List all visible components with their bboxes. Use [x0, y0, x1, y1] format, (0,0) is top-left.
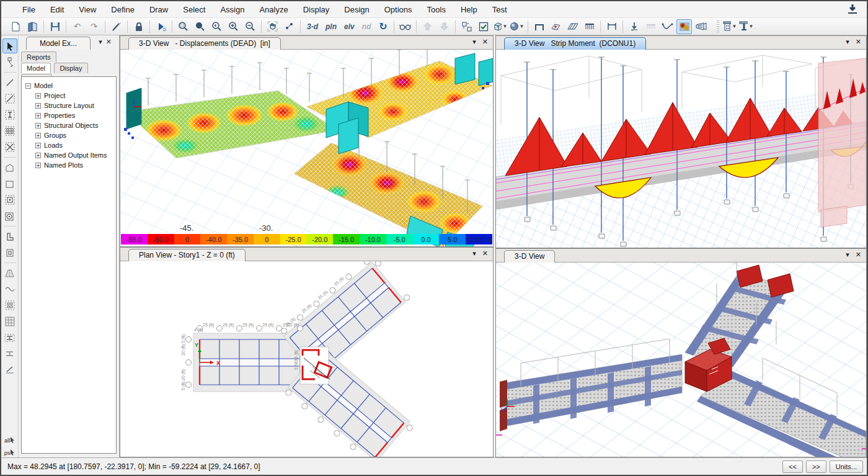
- select-all-button[interactable]: all: [2, 433, 17, 444]
- object-view-cube-button[interactable]: ▼: [492, 19, 508, 34]
- expand-icon[interactable]: +: [35, 123, 41, 128]
- pan-button[interactable]: [265, 19, 280, 34]
- show-deformed-button[interactable]: [693, 19, 709, 34]
- view-elevation-button[interactable]: elv: [341, 19, 358, 34]
- menu-options[interactable]: Options: [377, 2, 420, 17]
- draw-slab-rebar-button[interactable]: [2, 298, 17, 313]
- strip-moment-titlebar[interactable]: 3-D View Strip Moment (DCONU1) ▾✕: [496, 36, 866, 50]
- tree-item-project[interactable]: +Project: [25, 91, 115, 101]
- menu-tools[interactable]: Tools: [420, 2, 453, 17]
- menu-design[interactable]: Design: [337, 2, 376, 17]
- view-3d-button[interactable]: 3-d: [304, 19, 321, 34]
- draw-line-button[interactable]: [2, 75, 17, 90]
- rotate-view-button[interactable]: ↻: [375, 19, 391, 34]
- menu-display[interactable]: Display: [296, 2, 337, 17]
- zoom-in-button[interactable]: [226, 19, 241, 34]
- view-plan-button[interactable]: pln: [322, 19, 340, 34]
- tab-display[interactable]: Display: [54, 63, 87, 73]
- select-multi-button[interactable]: [459, 19, 474, 34]
- expand-icon[interactable]: +: [35, 153, 41, 158]
- draw-wall-object-button[interactable]: [2, 123, 17, 138]
- tab-reports[interactable]: Reports: [21, 52, 56, 62]
- redo-button[interactable]: ↷: [86, 19, 102, 34]
- open-file-button[interactable]: [25, 19, 40, 34]
- menu-select[interactable]: Select: [175, 2, 213, 17]
- save-button[interactable]: [47, 19, 63, 34]
- draw-ramp-button[interactable]: [2, 266, 17, 281]
- dimension-button[interactable]: [604, 19, 619, 34]
- object-glasses-button[interactable]: [397, 19, 413, 34]
- draw-column-button[interactable]: [2, 245, 17, 260]
- line-load-button[interactable]: [643, 19, 658, 34]
- expand-icon[interactable]: +: [35, 163, 41, 168]
- plan-view-tab[interactable]: Plan View - Story1 - Z = 0 (ft): [128, 249, 246, 261]
- zoom-window-button[interactable]: [175, 19, 191, 34]
- menu-test[interactable]: Test: [485, 2, 515, 17]
- quick-draw-button[interactable]: [2, 362, 17, 377]
- draw-design-strip-button[interactable]: [565, 19, 580, 34]
- tree-item-loads[interactable]: +Loads: [25, 140, 115, 150]
- beam-section-button[interactable]: ▼: [738, 19, 754, 34]
- menu-file[interactable]: File: [15, 2, 43, 17]
- expand-icon[interactable]: +: [35, 143, 41, 148]
- select-check-button[interactable]: [476, 19, 491, 34]
- expand-icon[interactable]: +: [35, 93, 41, 99]
- select-reshape-button[interactable]: [2, 55, 17, 70]
- plan-view-titlebar[interactable]: Plan View - Story1 - Z = 0 (ft) ▾✕: [120, 248, 493, 261]
- tree-item-structure-layout[interactable]: +Structure Layout: [25, 101, 115, 110]
- menu-define[interactable]: Define: [104, 2, 142, 17]
- collapse-icon[interactable]: −: [25, 83, 31, 89]
- select-pointer-button[interactable]: [2, 38, 17, 53]
- model-3d-viewport[interactable]: [496, 263, 866, 457]
- strip-moment-viewport[interactable]: [496, 50, 866, 248]
- draw-area-at-point-button[interactable]: [2, 192, 17, 207]
- zoom-previous-button[interactable]: [209, 19, 224, 34]
- draw-frame-button[interactable]: [531, 19, 547, 34]
- show-contours-button[interactable]: [676, 19, 692, 34]
- tree-item-groups[interactable]: +Groups: [25, 130, 115, 140]
- pane-dropdown-icon[interactable]: ▾: [472, 38, 476, 45]
- view-nd-button[interactable]: nd: [359, 19, 374, 34]
- new-file-button[interactable]: [8, 19, 24, 34]
- expand-icon[interactable]: +: [35, 113, 41, 119]
- expand-icon[interactable]: +: [35, 133, 41, 138]
- draw-brace-object-button[interactable]: [2, 140, 17, 155]
- download-icon[interactable]: [846, 3, 859, 16]
- draw-beam-rebar-button[interactable]: [2, 330, 17, 345]
- object-shading-button[interactable]: ▼: [509, 19, 525, 34]
- tree-item-structural-objects[interactable]: +Structural Objects: [25, 120, 115, 130]
- displacement-view-viewport[interactable]: -45. -30. -55.0-50.00-40.0-35.00-25.0-20…: [120, 50, 493, 246]
- tree-item-named-output-items[interactable]: +Named Output Items: [25, 150, 115, 160]
- zoom-out-button[interactable]: [242, 19, 258, 34]
- menu-draw[interactable]: Draw: [142, 2, 175, 17]
- displacement-view-titlebar[interactable]: 3-D View - Displacements (DEAD) [in] ▾✕: [120, 36, 493, 50]
- pane-close-icon[interactable]: ✕: [856, 251, 861, 258]
- units-button[interactable]: Units...: [830, 460, 863, 473]
- pane-dropdown-icon[interactable]: ▾: [472, 249, 476, 257]
- move-down-button[interactable]: [436, 19, 452, 34]
- move-up-button[interactable]: [420, 19, 435, 34]
- draw-frame-object-button[interactable]: [2, 91, 17, 106]
- pane-dropdown-icon[interactable]: ▾: [846, 38, 849, 45]
- plan-view-viewport[interactable]: 25 (ft)25 (ft) 25 (ft)25 (ft): [120, 261, 493, 457]
- draw-beam-rebar2-button[interactable]: [2, 346, 17, 361]
- strip-moment-tab[interactable]: 3-D View Strip Moment (DCONU1): [504, 37, 646, 50]
- point-load-button[interactable]: [626, 19, 642, 34]
- menu-edit[interactable]: Edit: [43, 2, 71, 17]
- draw-support-button[interactable]: [582, 19, 597, 34]
- menu-assign[interactable]: Assign: [213, 2, 252, 17]
- undo-button[interactable]: ↶: [69, 19, 85, 34]
- pane-close-icon[interactable]: ✕: [482, 249, 488, 257]
- select-ps-button[interactable]: ps: [2, 446, 17, 457]
- pane-close-icon[interactable]: ✕: [856, 38, 861, 45]
- menu-help[interactable]: Help: [453, 2, 485, 17]
- draw-tendon-side-button[interactable]: [2, 282, 17, 297]
- draw-pen-button[interactable]: [108, 19, 124, 34]
- displacement-view-tab[interactable]: 3-D View - Displacements (DEAD) [in]: [128, 37, 281, 50]
- next-result-button[interactable]: >>: [806, 460, 826, 473]
- draw-slab-rebar-grid-button[interactable]: [2, 314, 17, 329]
- tree-item-properties[interactable]: +Properties: [25, 110, 115, 120]
- previous-result-button[interactable]: <<: [782, 460, 803, 473]
- column-section-button[interactable]: ▼: [722, 19, 737, 34]
- model-3d-view-tab[interactable]: 3-D View: [504, 250, 555, 263]
